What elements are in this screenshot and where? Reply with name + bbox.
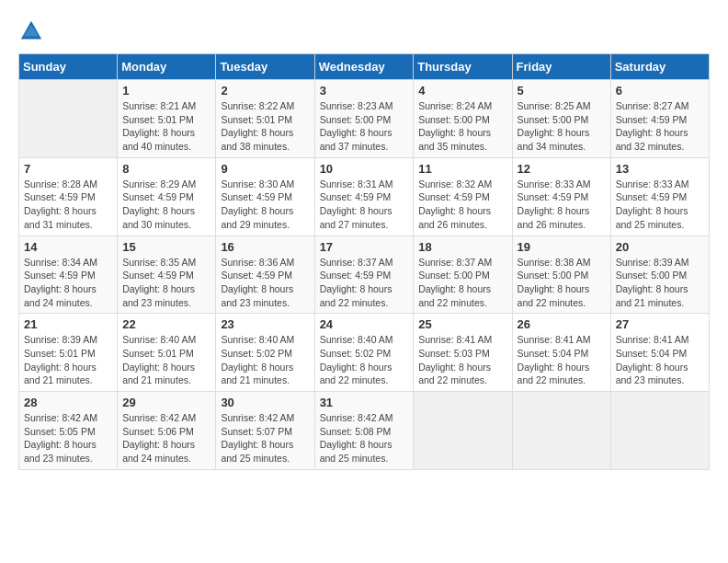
- day-number: 30: [221, 396, 309, 409]
- calendar-cell: 16Sunrise: 8:36 AMSunset: 4:59 PMDayligh…: [216, 236, 314, 314]
- calendar-table: SundayMondayTuesdayWednesdayThursdayFrid…: [18, 53, 710, 470]
- day-info: Sunrise: 8:27 AMSunset: 4:59 PMDaylight:…: [616, 99, 704, 154]
- logo: [18, 18, 48, 44]
- calendar-cell: 28Sunrise: 8:42 AMSunset: 5:05 PMDayligh…: [19, 392, 118, 470]
- calendar-week-row: 14Sunrise: 8:34 AMSunset: 4:59 PMDayligh…: [19, 236, 710, 314]
- day-info: Sunrise: 8:25 AMSunset: 5:00 PMDaylight:…: [518, 99, 606, 154]
- calendar-cell: 23Sunrise: 8:40 AMSunset: 5:02 PMDayligh…: [216, 314, 314, 392]
- day-info: Sunrise: 8:42 AMSunset: 5:07 PMDaylight:…: [221, 411, 309, 465]
- day-info: Sunrise: 8:34 AMSunset: 4:59 PMDaylight:…: [24, 256, 112, 310]
- calendar-cell: 22Sunrise: 8:40 AMSunset: 5:01 PMDayligh…: [118, 314, 216, 392]
- weekday-header-wednesday: Wednesday: [314, 54, 414, 80]
- day-number: 25: [418, 317, 506, 331]
- calendar-cell: 2Sunrise: 8:22 AMSunset: 5:01 PMDaylight…: [216, 80, 314, 158]
- day-number: 12: [518, 162, 606, 176]
- calendar-cell: 15Sunrise: 8:35 AMSunset: 4:59 PMDayligh…: [118, 236, 216, 314]
- calendar-cell: 6Sunrise: 8:27 AMSunset: 4:59 PMDaylight…: [610, 80, 709, 158]
- day-number: 17: [320, 240, 409, 254]
- day-info: Sunrise: 8:42 AMSunset: 5:05 PMDaylight:…: [24, 411, 112, 465]
- calendar-cell: 24Sunrise: 8:40 AMSunset: 5:02 PMDayligh…: [314, 314, 414, 392]
- day-info: Sunrise: 8:41 AMSunset: 5:04 PMDaylight:…: [616, 333, 704, 387]
- day-info: Sunrise: 8:37 AMSunset: 5:00 PMDaylight:…: [418, 256, 506, 310]
- day-number: 26: [518, 317, 606, 331]
- day-info: Sunrise: 8:21 AMSunset: 5:01 PMDaylight:…: [122, 99, 210, 154]
- calendar-cell: [610, 392, 709, 470]
- calendar-week-row: 1Sunrise: 8:21 AMSunset: 5:01 PMDaylight…: [19, 80, 710, 158]
- calendar-cell: 3Sunrise: 8:23 AMSunset: 5:00 PMDaylight…: [314, 80, 414, 158]
- day-number: 3: [320, 84, 409, 98]
- day-number: 11: [418, 162, 506, 176]
- weekday-row: SundayMondayTuesdayWednesdayThursdayFrid…: [19, 54, 710, 80]
- calendar-cell: 13Sunrise: 8:33 AMSunset: 4:59 PMDayligh…: [610, 157, 709, 236]
- day-info: Sunrise: 8:40 AMSunset: 5:01 PMDaylight:…: [122, 333, 210, 387]
- day-info: Sunrise: 8:31 AMSunset: 4:59 PMDaylight:…: [320, 178, 409, 232]
- day-number: 22: [122, 317, 210, 331]
- calendar-cell: 25Sunrise: 8:41 AMSunset: 5:03 PMDayligh…: [414, 314, 512, 392]
- day-number: 10: [320, 162, 409, 176]
- day-number: 31: [320, 396, 409, 409]
- day-info: Sunrise: 8:28 AMSunset: 4:59 PMDaylight:…: [24, 178, 112, 232]
- calendar-cell: 21Sunrise: 8:39 AMSunset: 5:01 PMDayligh…: [19, 314, 118, 392]
- day-number: 16: [221, 240, 309, 254]
- calendar-cell: [414, 392, 512, 470]
- calendar-cell: 11Sunrise: 8:32 AMSunset: 4:59 PMDayligh…: [414, 157, 512, 236]
- day-info: Sunrise: 8:40 AMSunset: 5:02 PMDaylight:…: [320, 333, 409, 387]
- day-info: Sunrise: 8:24 AMSunset: 5:00 PMDaylight:…: [418, 99, 506, 154]
- day-info: Sunrise: 8:23 AMSunset: 5:00 PMDaylight:…: [320, 99, 409, 154]
- day-info: Sunrise: 8:37 AMSunset: 4:59 PMDaylight:…: [320, 256, 409, 310]
- day-number: 27: [616, 317, 704, 331]
- day-info: Sunrise: 8:32 AMSunset: 4:59 PMDaylight:…: [418, 178, 506, 232]
- day-number: 13: [616, 162, 704, 176]
- calendar-cell: 30Sunrise: 8:42 AMSunset: 5:07 PMDayligh…: [216, 392, 314, 470]
- day-number: 6: [616, 84, 704, 98]
- day-info: Sunrise: 8:39 AMSunset: 5:00 PMDaylight:…: [616, 256, 704, 310]
- calendar-cell: 10Sunrise: 8:31 AMSunset: 4:59 PMDayligh…: [314, 157, 414, 236]
- calendar-cell: 31Sunrise: 8:42 AMSunset: 5:08 PMDayligh…: [314, 392, 414, 470]
- day-number: 5: [518, 84, 606, 98]
- day-number: 20: [616, 240, 704, 254]
- day-number: 4: [418, 84, 506, 98]
- calendar-cell: 1Sunrise: 8:21 AMSunset: 5:01 PMDaylight…: [118, 80, 216, 158]
- day-number: 9: [221, 162, 309, 176]
- calendar-cell: 4Sunrise: 8:24 AMSunset: 5:00 PMDaylight…: [414, 80, 512, 158]
- day-number: 18: [418, 240, 506, 254]
- day-info: Sunrise: 8:41 AMSunset: 5:04 PMDaylight:…: [518, 333, 606, 387]
- calendar-cell: [19, 80, 118, 158]
- calendar-cell: 27Sunrise: 8:41 AMSunset: 5:04 PMDayligh…: [610, 314, 709, 392]
- calendar-cell: 14Sunrise: 8:34 AMSunset: 4:59 PMDayligh…: [19, 236, 118, 314]
- weekday-header-thursday: Thursday: [414, 54, 512, 80]
- weekday-header-monday: Monday: [118, 54, 216, 80]
- day-info: Sunrise: 8:42 AMSunset: 5:06 PMDaylight:…: [122, 411, 210, 465]
- page-header: [18, 18, 710, 44]
- day-number: 24: [320, 317, 409, 331]
- calendar-cell: 5Sunrise: 8:25 AMSunset: 5:00 PMDaylight…: [512, 80, 610, 158]
- day-number: 7: [24, 162, 112, 176]
- day-info: Sunrise: 8:36 AMSunset: 4:59 PMDaylight:…: [221, 256, 309, 310]
- day-number: 14: [24, 240, 112, 254]
- calendar-cell: 20Sunrise: 8:39 AMSunset: 5:00 PMDayligh…: [610, 236, 709, 314]
- calendar-week-row: 7Sunrise: 8:28 AMSunset: 4:59 PMDaylight…: [19, 157, 710, 236]
- day-info: Sunrise: 8:30 AMSunset: 4:59 PMDaylight:…: [221, 178, 309, 232]
- day-info: Sunrise: 8:22 AMSunset: 5:01 PMDaylight:…: [221, 99, 309, 154]
- calendar-body: 1Sunrise: 8:21 AMSunset: 5:01 PMDaylight…: [19, 80, 710, 470]
- calendar-week-row: 21Sunrise: 8:39 AMSunset: 5:01 PMDayligh…: [19, 314, 710, 392]
- day-number: 29: [122, 396, 210, 409]
- weekday-header-sunday: Sunday: [19, 54, 118, 80]
- day-info: Sunrise: 8:35 AMSunset: 4:59 PMDaylight:…: [122, 256, 210, 310]
- day-info: Sunrise: 8:42 AMSunset: 5:08 PMDaylight:…: [320, 411, 409, 465]
- calendar-cell: 29Sunrise: 8:42 AMSunset: 5:06 PMDayligh…: [118, 392, 216, 470]
- weekday-header-friday: Friday: [512, 54, 610, 80]
- calendar-cell: 9Sunrise: 8:30 AMSunset: 4:59 PMDaylight…: [216, 157, 314, 236]
- day-info: Sunrise: 8:33 AMSunset: 4:59 PMDaylight:…: [616, 178, 704, 232]
- day-number: 19: [518, 240, 606, 254]
- day-number: 23: [221, 317, 309, 331]
- calendar-cell: 8Sunrise: 8:29 AMSunset: 4:59 PMDaylight…: [118, 157, 216, 236]
- day-info: Sunrise: 8:38 AMSunset: 5:00 PMDaylight:…: [518, 256, 606, 310]
- logo-icon: [18, 18, 44, 44]
- day-info: Sunrise: 8:39 AMSunset: 5:01 PMDaylight:…: [24, 333, 112, 387]
- day-info: Sunrise: 8:29 AMSunset: 4:59 PMDaylight:…: [122, 178, 210, 232]
- day-number: 8: [122, 162, 210, 176]
- day-info: Sunrise: 8:33 AMSunset: 4:59 PMDaylight:…: [518, 178, 606, 232]
- calendar-cell: 17Sunrise: 8:37 AMSunset: 4:59 PMDayligh…: [314, 236, 414, 314]
- day-info: Sunrise: 8:41 AMSunset: 5:03 PMDaylight:…: [418, 333, 506, 387]
